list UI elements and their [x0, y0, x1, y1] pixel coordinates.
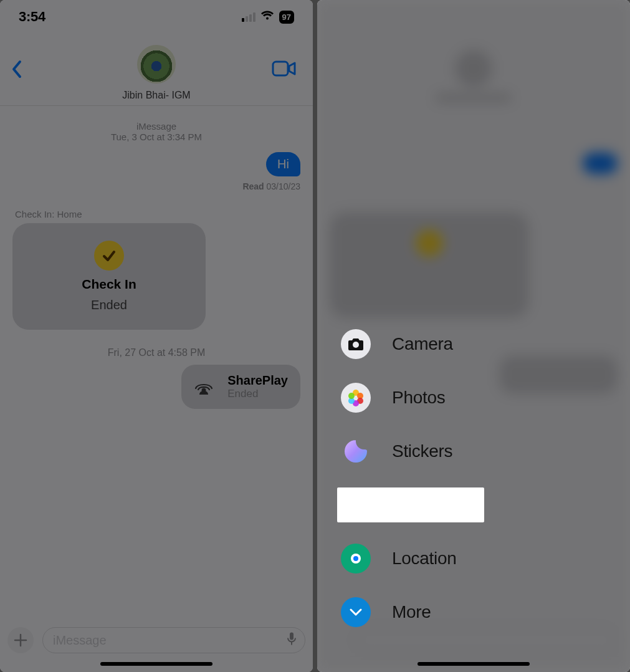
location-icon: [341, 544, 371, 574]
shareplay-title: SharePlay: [227, 373, 288, 388]
svg-rect-2: [290, 633, 294, 640]
outgoing-message[interactable]: Hi: [266, 152, 300, 176]
conversation-header: Jibin Bhai- IGM: [0, 34, 313, 106]
shareplay-icon: [191, 378, 216, 396]
stickers-highlight: [337, 487, 484, 522]
status-right: 97: [242, 11, 294, 24]
menu-label: Photos: [392, 388, 445, 408]
menu-item-photos[interactable]: Photos: [337, 383, 512, 413]
facetime-button[interactable]: [272, 60, 297, 80]
checkin-card[interactable]: Check In Ended: [12, 223, 206, 330]
timestamp-2: Fri, 27 Oct at 4:58 PM: [12, 347, 300, 358]
menu-label: Location: [392, 549, 456, 569]
back-button[interactable]: [11, 60, 22, 81]
svg-rect-0: [273, 62, 288, 75]
svg-point-9: [348, 393, 355, 399]
status-time: 3:54: [19, 9, 45, 25]
message-placeholder: iMessage: [53, 633, 107, 648]
service-label: iMessage: [12, 121, 300, 132]
menu-item-stickers[interactable]: Stickers: [337, 436, 512, 466]
menu-label: More: [392, 602, 431, 622]
message-input[interactable]: iMessage: [42, 627, 305, 653]
checkin-status: Ended: [91, 298, 127, 312]
status-bar: 3:54 97: [0, 0, 313, 34]
home-indicator[interactable]: [100, 662, 212, 666]
read-receipt: Read 03/10/23: [12, 181, 300, 191]
svg-point-3: [353, 342, 359, 348]
plus-menu-screen: Camera Photos: [317, 0, 630, 672]
contact-avatar[interactable]: [137, 45, 176, 84]
cellular-signal-icon: [242, 12, 255, 22]
shareplay-status: Ended: [227, 388, 288, 400]
message-thread[interactable]: iMessage Tue, 3 Oct at 3:34 PM Hi Read 0…: [0, 106, 313, 409]
plus-button[interactable]: [7, 627, 34, 653]
camera-icon: [341, 329, 371, 359]
plus-menu: Camera Photos: [337, 329, 512, 627]
messages-conversation-screen: 3:54 97 Jibin Bhai- IGM iMessage Tue, 3 …: [0, 0, 313, 672]
dictation-icon[interactable]: [287, 632, 296, 649]
check-icon: [94, 241, 124, 271]
composer-bar: iMessage: [7, 627, 305, 653]
stickers-icon: [341, 436, 371, 466]
shareplay-card[interactable]: SharePlay Ended: [181, 365, 300, 409]
menu-label: Stickers: [392, 441, 452, 461]
photos-icon: [341, 383, 371, 413]
timestamp-1: Tue, 3 Oct at 3:34 PM: [12, 132, 300, 142]
menu-item-camera[interactable]: Camera: [337, 329, 512, 359]
svg-point-17: [353, 556, 358, 561]
contact-name[interactable]: Jibin Bhai- IGM: [0, 90, 313, 101]
home-indicator[interactable]: [418, 662, 530, 666]
menu-item-location[interactable]: Location: [337, 544, 512, 574]
chevron-down-icon: [341, 597, 371, 627]
checkin-title: Check In: [82, 277, 136, 292]
menu-item-more[interactable]: More: [337, 597, 512, 627]
battery-icon: 97: [279, 11, 294, 24]
read-date: 03/10/23: [267, 181, 301, 191]
wifi-icon: [260, 11, 274, 23]
menu-label: Camera: [392, 334, 453, 354]
checkin-header: Check In: Home: [12, 209, 300, 219]
read-label: Read: [242, 181, 264, 191]
